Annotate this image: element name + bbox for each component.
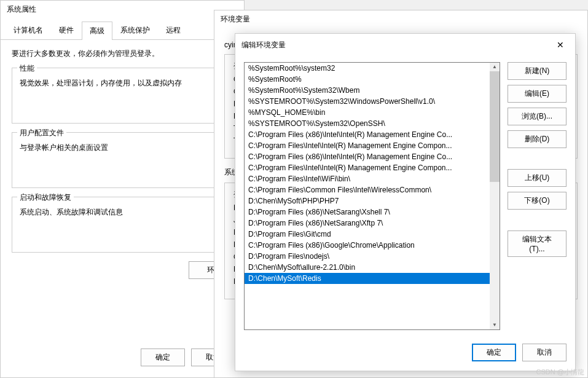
path-item[interactable]: %SystemRoot%\System32\Wbem xyxy=(245,85,490,96)
move-up-button[interactable]: 上移(U) xyxy=(508,169,566,187)
path-item[interactable]: D:\Program Files\Git\cmd xyxy=(245,229,490,240)
path-item[interactable]: D:\Chen\MySoft\allure-2.21.0\bin xyxy=(245,262,490,273)
path-item[interactable]: C:\Program Files\Intel\Intel(R) Manageme… xyxy=(245,140,490,151)
scroll-thumb[interactable] xyxy=(490,71,500,182)
tab-hardware[interactable]: 硬件 xyxy=(51,21,82,39)
edit-dialog-title: 编辑环境变量 xyxy=(241,40,286,50)
new-button[interactable]: 新建(N) xyxy=(508,62,566,80)
performance-legend: 性能 xyxy=(17,63,37,74)
path-item[interactable]: D:\Chen\MySoft\Redis xyxy=(245,273,490,284)
delete-button[interactable]: 删除(D) xyxy=(508,130,566,148)
edit-side-buttons: 新建(N) 编辑(E) 浏览(B)... 删除(D) 上移(U) 下移(O) 编… xyxy=(508,62,566,330)
path-list[interactable]: %SystemRoot%\system32%SystemRoot%%System… xyxy=(245,63,490,329)
path-list-container: %SystemRoot%\system32%SystemRoot%%System… xyxy=(244,62,500,330)
path-item[interactable]: %SYSTEMROOT%\System32\WindowsPowerShell\… xyxy=(245,96,490,107)
tab-advanced[interactable]: 高级 xyxy=(82,22,112,40)
edit-cancel-button[interactable]: 取消 xyxy=(522,344,566,361)
sys-props-title: 系统属性 xyxy=(1,1,244,18)
edit-env-dialog: 编辑环境变量 ✕ %SystemRoot%\system32%SystemRoo… xyxy=(235,33,576,371)
path-item[interactable]: C:\Program Files\Intel\Intel(R) Manageme… xyxy=(245,162,490,173)
path-item[interactable]: C:\Program Files (x86)\Google\Chrome\App… xyxy=(245,240,490,251)
path-item[interactable]: %SYSTEMROOT%\System32\OpenSSH\ xyxy=(245,118,490,129)
scroll-down-icon[interactable]: ▼ xyxy=(490,321,500,329)
path-item[interactable]: %SystemRoot% xyxy=(245,74,490,85)
edit-body: %SystemRoot%\system32%SystemRoot%%System… xyxy=(235,56,575,339)
tab-computer-name[interactable]: 计算机名 xyxy=(6,21,51,39)
tab-system-protection[interactable]: 系统保护 xyxy=(112,21,158,39)
startup-fieldset: 启动和故障恢复 系统启动、系统故障和调试信息 xyxy=(12,197,233,253)
path-item[interactable]: C:\Program Files\Common Files\Intel\Wire… xyxy=(245,184,490,195)
sys-ok-button[interactable]: 确定 xyxy=(141,348,185,366)
path-item[interactable]: C:\Program Files (x86)\Intel\Intel(R) Ma… xyxy=(245,151,490,162)
path-item[interactable]: C:\Program Files (x86)\Intel\Intel(R) Ma… xyxy=(245,129,490,140)
watermark: CSDN @小情龍 xyxy=(536,368,584,377)
startup-desc: 系统启动、系统故障和调试信息 xyxy=(20,207,225,218)
startup-legend: 启动和故障恢复 xyxy=(17,192,74,203)
env-dialog-title: 环境变量 xyxy=(214,10,587,28)
user-profile-desc: 与登录帐户相关的桌面设置 xyxy=(20,143,225,153)
tabs-bar: 计算机名 硬件 高级 系统保护 远程 xyxy=(1,21,244,40)
edit-footer: 确定 取消 xyxy=(235,339,575,366)
tab-remote[interactable]: 远程 xyxy=(158,21,189,39)
path-item[interactable]: D:\Program Files (x86)\NetSarang\Xftp 7\ xyxy=(245,218,490,229)
path-item[interactable]: D:\Chen\MySoft\PHP\PHP7 xyxy=(245,195,490,207)
sys-body: 要进行大多数更改，你必须作为管理员登录。 性能 视觉效果，处理器计划，内存使用，… xyxy=(1,40,244,288)
performance-desc: 视觉效果，处理器计划，内存使用，以及虚拟内存 xyxy=(20,78,225,89)
edit-header: 编辑环境变量 ✕ xyxy=(235,34,575,56)
user-profile-fieldset: 用户配置文件 与登录帐户相关的桌面设置 xyxy=(12,132,233,188)
performance-fieldset: 性能 视觉效果，处理器计划，内存使用，以及虚拟内存 xyxy=(12,68,233,124)
path-item[interactable]: D:\Program Files (x86)\NetSarang\Xshell … xyxy=(245,207,490,218)
close-icon[interactable]: ✕ xyxy=(552,39,569,51)
browse-button[interactable]: 浏览(B)... xyxy=(508,108,566,125)
move-down-button[interactable]: 下移(O) xyxy=(508,192,566,210)
scrollbar[interactable]: ▲ ▼ xyxy=(490,63,500,329)
path-item[interactable]: %MYSQL_HOME%\bin xyxy=(245,107,490,118)
path-item[interactable]: D:\Program Files\nodejs\ xyxy=(245,251,490,262)
scroll-up-icon[interactable]: ▲ xyxy=(490,63,500,71)
edit-button[interactable]: 编辑(E) xyxy=(508,85,566,103)
edit-text-button[interactable]: 编辑文本(T)... xyxy=(508,230,566,257)
path-item[interactable]: %SystemRoot%\system32 xyxy=(245,63,490,74)
admin-message: 要进行大多数更改，你必须作为管理员登录。 xyxy=(12,49,233,59)
system-properties-dialog: 系统属性 计算机名 硬件 高级 系统保护 远程 要进行大多数更改，你必须作为管理… xyxy=(0,0,245,378)
user-profile-legend: 用户配置文件 xyxy=(17,128,66,138)
path-item[interactable]: C:\Program Files\Intel\WiFi\bin\ xyxy=(245,173,490,184)
edit-ok-button[interactable]: 确定 xyxy=(472,344,516,361)
